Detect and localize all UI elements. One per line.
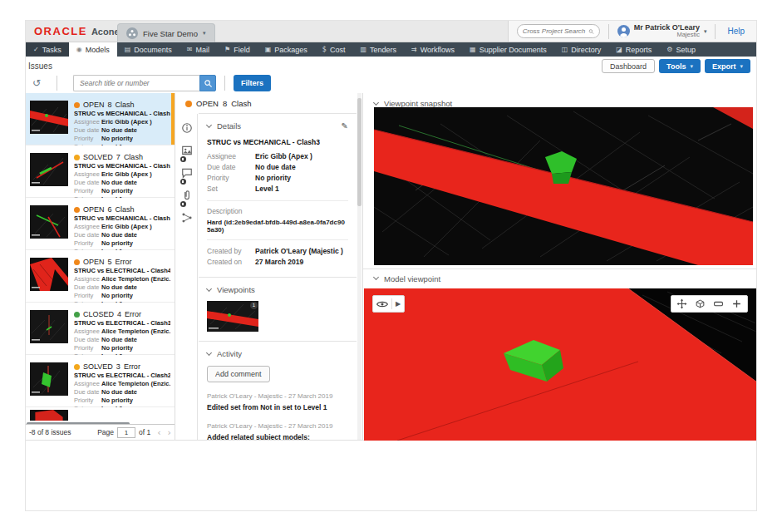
attachments-icon[interactable] — [181, 190, 193, 201]
issue-card-partial[interactable] — [26, 407, 175, 421]
page-number-input[interactable] — [117, 427, 135, 438]
comments-icon[interactable] — [181, 167, 193, 179]
help-link[interactable]: Help — [716, 27, 756, 36]
viewpoints-icon[interactable] — [181, 145, 193, 156]
project-selector[interactable]: Five Star Demo ▾ — [117, 23, 215, 42]
filters-button[interactable]: Filters — [234, 75, 271, 91]
nav-reports[interactable]: ◪Reports — [608, 42, 659, 57]
next-page-icon[interactable]: › — [168, 427, 171, 438]
project-icon — [126, 27, 138, 39]
divider — [207, 200, 348, 201]
zoom-in-icon[interactable] — [731, 298, 742, 309]
models-icon: ◉ — [76, 46, 82, 53]
issue-title: STRUC vs ELECTRICAL - Clash3 — [74, 319, 170, 328]
search-button[interactable] — [199, 75, 216, 91]
issue-card-6[interactable]: OPEN 6 Clash STRUC vs MECHANICAL - Clash… — [26, 198, 175, 250]
viewpoint-panel: Viewpoint snapshot — [362, 93, 756, 440]
nav-tasks[interactable]: ✓Tasks — [26, 42, 69, 57]
viewpoint-thumbnail[interactable]: 1 — [207, 301, 258, 332]
export-button[interactable]: Export▾ — [705, 59, 750, 73]
nav-setup[interactable]: ⚙Setup — [659, 42, 703, 57]
viewpoints-section-header[interactable]: Viewpoints — [207, 285, 348, 294]
chevron-down-icon: ▾ — [203, 30, 206, 37]
status-dot — [185, 101, 192, 107]
issue-card-4[interactable]: CLOSED 4 Error STRUC vs ELECTRICAL - Cla… — [26, 303, 175, 355]
list-pagination: -8 of 8 issues Page of 1 ‹ › — [26, 424, 175, 440]
issue-card-5[interactable]: OPEN 5 Error STRUC vs ELECTRICAL - Clash… — [26, 250, 175, 303]
vertical-scrollbar[interactable] — [357, 93, 361, 440]
details-section-header[interactable]: Details ✎ — [207, 121, 348, 131]
viewer-visibility-tools: ▶ — [372, 295, 405, 313]
issue-summary: OPEN 5 Error STRUC vs ELECTRICAL - Clash… — [74, 258, 170, 302]
issue-title: STRUC vs MECHANICAL - Clash1 — [74, 214, 170, 223]
detail-type: Clash — [231, 99, 251, 108]
refresh-icon[interactable]: ↺ — [32, 77, 41, 89]
nav-directory[interactable]: ◫Directory — [554, 42, 609, 57]
edit-icon[interactable]: ✎ — [342, 121, 348, 131]
zoom-out-icon[interactable] — [713, 298, 724, 309]
nav-tenders[interactable]: ▥Tenders — [352, 42, 404, 57]
chevron-down-icon: ▾ — [690, 63, 693, 70]
status-dot — [74, 364, 80, 370]
issue-search-input[interactable] — [73, 75, 199, 91]
activity-entry: Patrick O'Leary - Majestic - 27 March 20… — [207, 422, 348, 441]
viewpoints-section: Viewpoints 1 — [199, 277, 357, 341]
viewpoint-snapshot-header[interactable]: Viewpoint snapshot — [363, 93, 756, 108]
issue-card-7[interactable]: SOLVED 7 Clash STRUC vs MECHANICAL - Cla… — [26, 145, 175, 198]
relations-icon[interactable] — [181, 212, 193, 224]
activity-text: Added related subject models; — [207, 433, 348, 441]
nav-field[interactable]: ⚑Field — [217, 42, 258, 57]
search-icon[interactable] — [588, 27, 594, 36]
nav-workflows[interactable]: ⇉Workflows — [404, 42, 462, 57]
nav-mail[interactable]: ✉Mail — [180, 42, 217, 57]
user-menu[interactable]: Mr Patrick O'Leary Majestic ▾ — [609, 23, 716, 39]
count-badge — [180, 201, 186, 207]
add-comment-button[interactable]: Add comment — [207, 366, 270, 382]
dashboard-button[interactable]: Dashboard — [602, 59, 655, 73]
issue-card-8[interactable]: OPEN 8 Clash STRUC vs MECHANICAL - Clash… — [26, 93, 175, 145]
page-title: Issues — [28, 62, 52, 71]
top-bar: ORACLE Aconex Five Star Demo ▾ Mr Patric… — [26, 21, 756, 42]
chevron-down-icon — [373, 274, 379, 280]
flag-icon: ⚑ — [224, 46, 230, 53]
detail-title: STRUC vs MECHANICAL - Clash3 — [207, 138, 348, 146]
divider — [57, 76, 57, 91]
expand-tools-icon[interactable]: ▶ — [396, 300, 401, 308]
nav-models[interactable]: ◉Models — [69, 42, 117, 57]
info-icon[interactable] — [181, 122, 193, 134]
scrollbar-thumb[interactable] — [357, 98, 361, 206]
nav-packages[interactable]: ▣Packages — [258, 42, 315, 57]
issue-summary: OPEN 8 Clash STRUC vs MECHANICAL - Clash… — [74, 101, 170, 145]
oracle-wordmark: ORACLE — [34, 25, 87, 37]
issue-title: STRUC vs ELECTRICAL - Clash4 — [74, 267, 170, 275]
user-organization: Majestic — [634, 32, 700, 39]
chevron-down-icon — [206, 285, 212, 291]
issues-toolbar: ↺ Filters — [26, 74, 271, 92]
nav-documents[interactable]: ▤Documents — [117, 42, 180, 57]
cross-project-search[interactable] — [517, 24, 600, 38]
tools-button[interactable]: Tools▾ — [659, 59, 701, 73]
cross-project-search-input[interactable] — [523, 27, 586, 35]
viewer-navigation-tools — [671, 295, 748, 313]
model-viewpoint-header[interactable]: Model viewpoint — [363, 268, 756, 288]
eye-icon[interactable] — [376, 299, 388, 309]
model-viewer-canvas[interactable]: ▶ — [364, 288, 756, 441]
pan-icon[interactable] — [676, 298, 687, 309]
cost-icon: $ — [322, 46, 327, 53]
document-icon: ▤ — [125, 46, 131, 53]
chevron-down-icon — [373, 99, 379, 105]
description-label: Description — [207, 207, 348, 215]
previous-page-icon[interactable]: ‹ — [157, 427, 160, 438]
nav-supplier-documents[interactable]: ▦Supplier Documents — [462, 42, 554, 57]
issue-card-3[interactable]: SOLVED 3 Error STRUC vs ELECTRICAL - Cla… — [26, 355, 175, 407]
package-icon: ▣ — [265, 46, 272, 53]
search-icon — [204, 79, 213, 88]
status-dot — [74, 155, 80, 160]
orbit-cube-icon[interactable] — [695, 298, 706, 309]
divider — [207, 239, 348, 240]
issue-detail-panel: OPEN 8 Clash — [176, 93, 361, 440]
activity-section-header[interactable]: Activity — [207, 349, 348, 358]
nav-cost[interactable]: $Cost — [315, 42, 353, 57]
activity-meta: Patrick O'Leary - Majestic - 27 March 20… — [207, 422, 348, 430]
chevron-down-icon: ▾ — [704, 28, 707, 35]
